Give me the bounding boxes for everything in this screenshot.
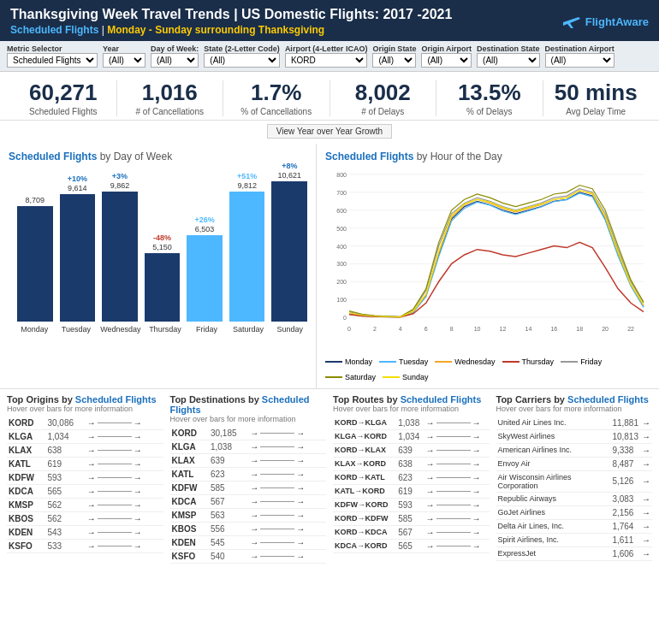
dest-airport-filter: Destination Airport (All) bbox=[545, 44, 614, 68]
airport-code: KDFW bbox=[7, 470, 45, 484]
table-row: Air Wisconsin Airlines Corporation 5,126… bbox=[496, 470, 653, 492]
bottom-table: United Air Lines Inc. 11,881 → SkyWest A… bbox=[496, 417, 653, 561]
row-value: 593 bbox=[45, 470, 85, 484]
airport-code: KDFW bbox=[170, 481, 209, 494]
bar-chart: 8,709 +10% 9,614 +3% 9,862 -48% 5,150 +2… bbox=[9, 168, 307, 356]
table-row: KDEN 543 →→ bbox=[7, 525, 163, 539]
carrier-name: Delta Air Lines, Inc. bbox=[496, 519, 611, 533]
arrow-cell: →→ bbox=[248, 467, 326, 481]
legend-item: Monday bbox=[325, 357, 372, 366]
carrier-name: American Airlines Inc. bbox=[496, 443, 611, 457]
legend-color-thursday bbox=[502, 359, 519, 364]
bar-day-label: Sunday bbox=[272, 325, 307, 334]
svg-text:8: 8 bbox=[450, 326, 454, 332]
bottom-section-1: Top Destinations by Scheduled Flights Ho… bbox=[170, 394, 327, 564]
row-value: 30,185 bbox=[209, 427, 248, 440]
row-value: 567 bbox=[396, 525, 424, 539]
bar-day-label: Wednesday bbox=[100, 325, 140, 334]
arrow-cell: →→ bbox=[86, 457, 163, 470]
bar-value: 9,614 bbox=[68, 184, 87, 192]
row-value: 639 bbox=[209, 453, 248, 467]
arrow-cell: →→ bbox=[424, 457, 490, 470]
arrow-cell: → bbox=[640, 443, 652, 457]
arrow-cell: →→ bbox=[86, 443, 163, 457]
bar-group: +3% 9,862 bbox=[102, 172, 138, 322]
svg-text:2: 2 bbox=[373, 326, 377, 332]
year-select[interactable]: (All) bbox=[103, 53, 145, 68]
row-value: 1,038 bbox=[396, 417, 424, 430]
dest-state-select[interactable]: (All) bbox=[477, 53, 540, 68]
route-code: KORD→KLAX bbox=[333, 443, 396, 457]
legend-color-saturday bbox=[325, 375, 342, 380]
row-value: 638 bbox=[45, 443, 85, 457]
dest-airport-select[interactable]: (All) bbox=[545, 53, 614, 68]
bar-chart-title: Scheduled Flights by Day of Week bbox=[9, 151, 307, 162]
row-value: 565 bbox=[45, 484, 85, 498]
bar-group: +8% 10,621 bbox=[271, 162, 307, 322]
legend-item: Thursday bbox=[502, 357, 555, 366]
svg-text:10: 10 bbox=[474, 326, 481, 332]
bottom-section-2: Top Routes by Scheduled Flights Hover ov… bbox=[333, 394, 490, 564]
row-value: 11,881 bbox=[610, 417, 640, 430]
table-row: KLAX 639 →→ bbox=[170, 453, 327, 467]
bottom-row: Top Origins by Scheduled Flights Hover o… bbox=[0, 389, 659, 569]
arrow-cell: →→ bbox=[424, 429, 490, 443]
table-row: KDEN 545 →→ bbox=[170, 535, 327, 549]
line-chart-legend: MondayTuesdayWednesdayThursdayFridaySatu… bbox=[325, 357, 650, 381]
table-row: KATL 619 →→ bbox=[7, 457, 163, 470]
table-row: KDCA→KORD 565 →→ bbox=[333, 539, 490, 552]
airport-code: KDEN bbox=[7, 525, 45, 539]
legend-item: Tuesday bbox=[379, 357, 428, 366]
table-row: KMSP 563 →→ bbox=[170, 508, 327, 522]
dow-select[interactable]: (All) bbox=[151, 53, 199, 68]
carrier-name: United Air Lines Inc. bbox=[496, 417, 611, 430]
arrow-cell: →→ bbox=[248, 494, 326, 508]
state-select[interactable]: (All) bbox=[204, 53, 280, 68]
row-value: 639 bbox=[396, 443, 424, 457]
carrier-name: Air Wisconsin Airlines Corporation bbox=[496, 470, 611, 492]
arrow-cell: →→ bbox=[86, 511, 163, 525]
legend-label: Thursday bbox=[522, 357, 555, 366]
airport-select[interactable]: KORD bbox=[285, 53, 368, 68]
route-code: KLAX→KORD bbox=[333, 457, 396, 470]
svg-text:6: 6 bbox=[424, 326, 428, 332]
bottom-section-3: Top Carriers by Scheduled Flights Hover … bbox=[496, 394, 653, 564]
legend-color-monday bbox=[325, 359, 342, 364]
kpi-value: 1.7% bbox=[230, 80, 323, 105]
origin-airport-select[interactable]: (All) bbox=[421, 53, 472, 68]
bottom-section-title: Top Origins by Scheduled Flights bbox=[7, 394, 163, 405]
legend-item: Friday bbox=[561, 357, 602, 366]
bar-rect bbox=[102, 192, 138, 322]
bottom-title-blue: Scheduled Flights bbox=[401, 394, 482, 405]
kpi-value: 60,271 bbox=[17, 80, 110, 105]
row-value: 623 bbox=[209, 467, 248, 481]
arrow-cell: →→ bbox=[424, 539, 490, 552]
table-row: KLGA 1,038 →→ bbox=[170, 440, 327, 453]
carrier-name: ExpressJet bbox=[496, 547, 611, 560]
carrier-name: GoJet Airlines bbox=[496, 505, 611, 519]
bar-rect bbox=[229, 192, 265, 322]
view-yoy-button[interactable]: View Year over Year Growth bbox=[267, 124, 392, 139]
row-value: 585 bbox=[396, 511, 424, 525]
kpi-item: 8,002# of Delays bbox=[330, 80, 437, 116]
bottom-title-blue: Scheduled Flights bbox=[75, 394, 157, 405]
row-value: 619 bbox=[45, 457, 85, 470]
arrow-cell: →→ bbox=[248, 427, 326, 440]
row-value: 533 bbox=[45, 539, 85, 552]
origin-state-filter: Origin State (All) bbox=[372, 44, 416, 68]
airport-code: KLGA bbox=[7, 429, 45, 443]
origin-state-select[interactable]: (All) bbox=[372, 53, 416, 68]
table-row: KLGA→KORD 1,034 →→ bbox=[333, 429, 490, 443]
bottom-title-blue: Scheduled Flights bbox=[567, 394, 649, 405]
legend-label: Wednesday bbox=[454, 357, 495, 366]
arrow-cell: →→ bbox=[248, 522, 326, 535]
metric-select[interactable]: Scheduled Flights bbox=[7, 53, 98, 68]
bar-rect bbox=[17, 206, 53, 322]
table-row: KORD→KATL 623 →→ bbox=[333, 470, 490, 484]
arrow-cell: → bbox=[640, 519, 652, 533]
arrow-cell: →→ bbox=[424, 470, 490, 484]
legend-color-friday bbox=[561, 359, 578, 364]
kpi-value: 50 mins bbox=[550, 80, 643, 105]
row-value: 8,487 bbox=[610, 457, 640, 470]
route-code: KATL→KORD bbox=[333, 484, 396, 498]
